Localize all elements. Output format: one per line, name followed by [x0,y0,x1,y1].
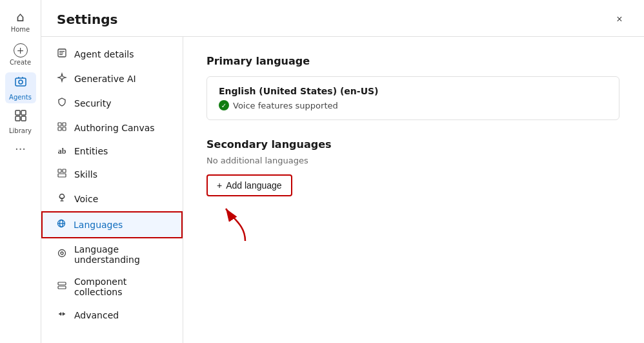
nav-label-agents: Agents [9,94,32,101]
main-content: Settings × Agent details [41,0,644,343]
library-icon [14,109,28,126]
sidebar-label-agent-details: Agent details [74,49,134,59]
sidebar-label-voice: Voice [74,194,98,204]
nav-label-create: Create [10,59,31,66]
add-language-wrapper: + Add language [206,174,292,196]
svg-rect-16 [58,169,61,172]
nav-item-library[interactable]: Library [5,106,36,137]
sidebar-label-authoring-canvas: Authoring Canvas [74,123,155,133]
voice-supported-label: Voice features supported [233,101,338,110]
sidebar-label-entities: Entities [74,146,108,156]
security-icon [56,97,68,110]
home-icon: ⌂ [16,9,25,25]
svg-rect-6 [15,116,20,121]
plus-icon: + [217,180,222,191]
sidebar-item-skills[interactable]: Skills [41,162,183,187]
sidebar-label-generative-ai: Generative AI [74,74,136,84]
nav-label-library: Library [9,127,32,134]
more-options-button[interactable]: ··· [15,142,26,156]
create-icon: + [14,43,28,57]
svg-rect-5 [21,110,26,115]
sidebar-item-component-collections[interactable]: Component collections [41,271,183,303]
settings-sidebar: Agent details Generative AI Security [41,37,183,343]
settings-body: Agent details Generative AI Security [41,37,644,343]
svg-rect-7 [21,116,26,121]
agent-details-icon [56,48,68,61]
languages-icon [55,218,67,231]
primary-language-card: English (United States) (en-US) ✓ Voice … [206,76,619,120]
sidebar-item-generative-ai[interactable]: Generative AI [41,67,183,91]
svg-rect-15 [63,127,66,130]
settings-content-area: Primary language English (United States)… [183,37,644,343]
sidebar-item-advanced[interactable]: Advanced [41,303,183,327]
sidebar-item-languages[interactable]: Languages [41,211,183,238]
sidebar-label-language-understanding: Language understanding [74,244,170,265]
sidebar-item-entities[interactable]: ab Entities [41,140,183,162]
entities-icon: ab [56,147,68,156]
nav-item-home[interactable]: ⌂ Home [5,5,36,36]
sidebar-item-voice[interactable]: Voice [41,187,183,211]
add-language-label: Add language [226,180,281,191]
svg-rect-27 [58,282,66,285]
close-button[interactable]: × [610,10,629,28]
svg-rect-12 [58,123,61,126]
settings-title: Settings [57,12,117,27]
agents-icon [14,75,28,92]
nav-label-home: Home [11,26,30,33]
svg-rect-14 [58,127,61,130]
svg-point-25 [59,250,66,257]
svg-rect-0 [15,78,26,86]
check-circle-icon: ✓ [219,100,229,110]
nav-item-agents[interactable]: Agents [5,72,36,103]
svg-rect-18 [58,174,66,177]
svg-rect-4 [15,110,20,115]
sidebar-label-security: Security [74,98,112,109]
sidebar-label-component-collections: Component collections [74,276,170,297]
svg-rect-28 [58,286,66,289]
voice-icon [56,192,68,205]
secondary-languages-title: Secondary languages [206,138,621,151]
nav-item-create[interactable]: + Create [5,39,36,70]
sidebar-label-skills: Skills [74,169,97,180]
authoring-canvas-icon [56,121,68,134]
secondary-languages-section: Secondary languages No additional langua… [206,138,621,196]
svg-point-26 [61,252,63,255]
primary-language-title: Primary language [206,55,621,67]
generative-ai-icon [56,72,68,85]
left-navigation: ⌂ Home + Create Agents Library ··· [0,0,41,343]
advanced-icon [56,309,68,322]
arrow-annotation [219,199,271,244]
settings-header: Settings × [41,0,644,37]
sidebar-item-language-understanding[interactable]: Language understanding [41,238,183,271]
sidebar-item-authoring-canvas[interactable]: Authoring Canvas [41,116,183,140]
sidebar-item-agent-details[interactable]: Agent details [41,42,183,67]
sidebar-item-security[interactable]: Security [41,91,183,116]
no-additional-languages: No additional languages [206,156,621,165]
voice-supported: ✓ Voice features supported [219,100,607,110]
add-language-button[interactable]: + Add language [206,174,292,196]
sidebar-label-advanced: Advanced [74,310,119,320]
language-understanding-icon [56,248,68,261]
primary-language-name: English (United States) (en-US) [219,86,607,96]
svg-rect-17 [63,169,66,172]
primary-language-section: Primary language English (United States)… [206,55,621,120]
svg-point-1 [19,80,23,84]
skills-icon [56,168,68,181]
component-collections-icon [56,280,68,293]
svg-rect-13 [63,123,66,126]
sidebar-label-languages: Languages [74,220,123,230]
